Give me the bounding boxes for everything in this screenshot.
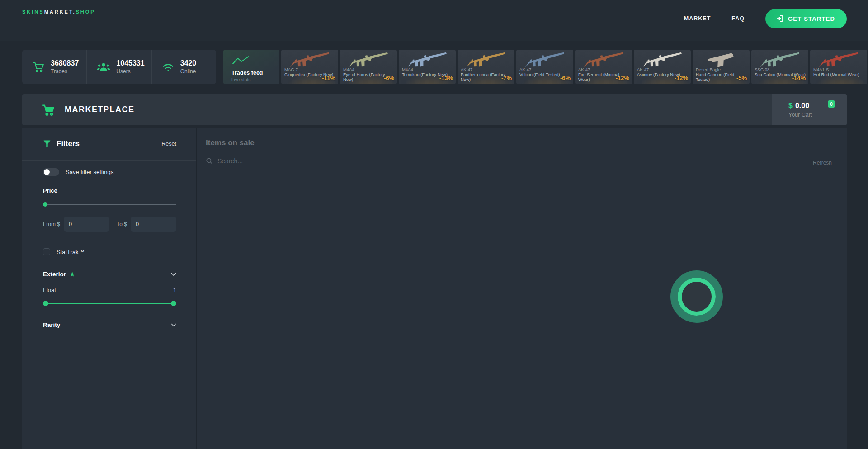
save-filter-toggle[interactable] — [43, 168, 59, 176]
trade-card-discount: -11% — [322, 75, 335, 81]
trades-feed-title: Trades feed — [231, 70, 279, 76]
price-to-label: To $ — [117, 221, 127, 227]
trade-card[interactable]: AK-47 Panthera onca (Factory New) -7% — [458, 50, 514, 84]
filters-title: Filters — [57, 139, 80, 148]
cart-icon — [32, 61, 45, 73]
marketplace-bar: MARKETPLACE $0.00 Your Cart 0 — [22, 94, 847, 125]
online-label: Online — [180, 68, 197, 75]
stattrak-label: StatTrak™ — [57, 249, 85, 255]
float-label: Float — [43, 287, 56, 293]
trade-card-weapon: AK-47 — [637, 67, 689, 72]
trade-card[interactable]: M4A4 Eye of Horus (Factory New) -6% — [340, 50, 397, 84]
items-heading: Items on sale — [206, 138, 832, 147]
star-icon: ★ — [70, 271, 75, 277]
nav-link-market[interactable]: MARKET — [684, 15, 711, 22]
trade-card-weapon: M4A1-S — [813, 67, 865, 72]
trade-card[interactable]: M4A4 Temukau (Factory New) -13% — [399, 50, 456, 84]
price-slider[interactable] — [43, 202, 176, 207]
line-chart-icon — [231, 55, 250, 65]
content-area: Filters Reset Save filter settings Price… — [22, 128, 847, 449]
trades-feed-strip: Trades feed Live stats MAG-7 Cinquedea (… — [223, 50, 868, 84]
reset-filters-button[interactable]: Reset — [161, 141, 176, 147]
cart-amount: 0.00 — [795, 102, 809, 109]
chevron-down-icon[interactable] — [171, 323, 176, 327]
trade-card-weapon: AK-47 — [578, 67, 630, 72]
trade-card-weapon: Desert Eagle — [696, 67, 748, 72]
trade-card[interactable]: AK-47 Vulcan (Field-Tested) -6% — [516, 50, 573, 84]
cart-panel[interactable]: $0.00 Your Cart 0 — [772, 94, 847, 125]
items-panel: Items on sale Refresh — [197, 128, 847, 449]
search-input[interactable] — [217, 157, 409, 165]
users-count: 1045331 — [116, 59, 144, 67]
trade-card-weapon: MAG-7 — [284, 67, 336, 72]
price-from-label: From $ — [43, 221, 60, 227]
trade-card-discount: -13% — [439, 75, 453, 81]
trade-card[interactable]: M4A1-S Hot Rod (Minimal Wear) — [810, 50, 867, 84]
refresh-button[interactable]: Refresh — [813, 160, 832, 166]
get-started-button[interactable]: GET STARTED — [765, 9, 847, 28]
trade-card-weapon: M4A4 — [402, 67, 454, 72]
save-filter-label: Save filter settings — [66, 169, 113, 175]
trade-card-weapon: M4A4 — [343, 67, 395, 72]
exterior-accordion[interactable]: Exterior ★ — [43, 271, 176, 278]
stat-users: 1045331 Users — [86, 50, 151, 84]
cart-icon — [41, 104, 56, 116]
nav-link-faq[interactable]: FAQ — [731, 15, 745, 22]
search-icon — [206, 157, 213, 165]
trade-card-skin: Hot Rod (Minimal Wear) — [813, 72, 865, 77]
filters-sidebar: Filters Reset Save filter settings Price… — [22, 128, 197, 449]
users-icon — [97, 61, 110, 72]
trade-card-discount: -6% — [384, 75, 394, 81]
users-label: Users — [116, 68, 144, 75]
funnel-icon — [43, 140, 51, 148]
trade-card-discount: -7% — [501, 75, 512, 81]
price-section-label: Price — [43, 187, 176, 194]
rarity-label: Rarity — [43, 321, 60, 328]
login-icon — [775, 14, 783, 23]
trades-feed-card[interactable]: Trades feed Live stats — [223, 50, 279, 84]
trade-card-weapon: AK-47 — [461, 67, 513, 72]
trade-card-discount: -12% — [675, 75, 688, 81]
price-from-input[interactable] — [64, 217, 109, 232]
trades-feed-subtitle: Live stats — [231, 77, 279, 82]
trade-card[interactable]: AK-47 Asiimov (Factory New) -12% — [634, 50, 691, 84]
float-value: 1 — [173, 287, 176, 293]
trade-card-discount: -12% — [616, 75, 629, 81]
exterior-label: Exterior — [43, 271, 66, 278]
loading-spinner — [670, 270, 723, 323]
chevron-down-icon[interactable] — [171, 273, 176, 276]
get-started-label: GET STARTED — [788, 15, 835, 22]
price-slider-handle[interactable] — [43, 202, 47, 207]
trades-label: Trades — [51, 68, 79, 75]
wifi-icon — [162, 61, 175, 72]
stattrak-checkbox[interactable] — [43, 248, 50, 255]
trades-count: 3680837 — [51, 59, 79, 67]
page: SKINSMARKET.SHOP MARKET FAQ GET STARTED — [0, 0, 868, 449]
trade-card[interactable]: MAG-7 Cinquedea (Factory New) -11% — [281, 50, 338, 84]
trade-card-discount: -5% — [736, 75, 747, 81]
marketplace-title: MARKETPLACE — [65, 105, 135, 114]
cart-label: Your Cart — [788, 112, 847, 118]
trade-card[interactable]: SSG 08 Sea Calico (Minimal Wear) -14% — [751, 50, 808, 84]
online-count: 3420 — [180, 59, 197, 67]
float-slider-handle-min[interactable] — [43, 301, 48, 306]
cart-currency: $ — [788, 102, 793, 109]
stat-online: 3420 Online — [151, 50, 216, 84]
cart-count-badge: 0 — [828, 100, 835, 108]
stat-trades: 3680837 Trades — [22, 50, 86, 84]
stats-panel: 3680837 Trades 1045331 Users — [22, 50, 216, 84]
float-slider[interactable] — [43, 301, 176, 307]
trade-card-weapon: SSG 08 — [755, 67, 807, 72]
site-logo[interactable]: SKINSMARKET.SHOP — [22, 9, 95, 14]
price-to-input[interactable] — [131, 217, 176, 232]
trade-card[interactable]: AK-47 Fire Serpent (Minimal Wear) -12% — [575, 50, 632, 84]
nav-links: MARKET FAQ GET STARTED — [684, 0, 847, 37]
navbar: SKINSMARKET.SHOP MARKET FAQ GET STARTED — [0, 0, 868, 41]
rarity-accordion[interactable]: Rarity — [43, 321, 176, 328]
trade-card-weapon: AK-47 — [519, 67, 571, 72]
trade-card-discount: -6% — [560, 75, 571, 81]
trade-card-discount: -14% — [792, 75, 806, 81]
trade-card[interactable]: Desert Eagle Hand Cannon (Field-Tested) … — [693, 50, 750, 84]
float-slider-handle-max[interactable] — [171, 301, 176, 306]
